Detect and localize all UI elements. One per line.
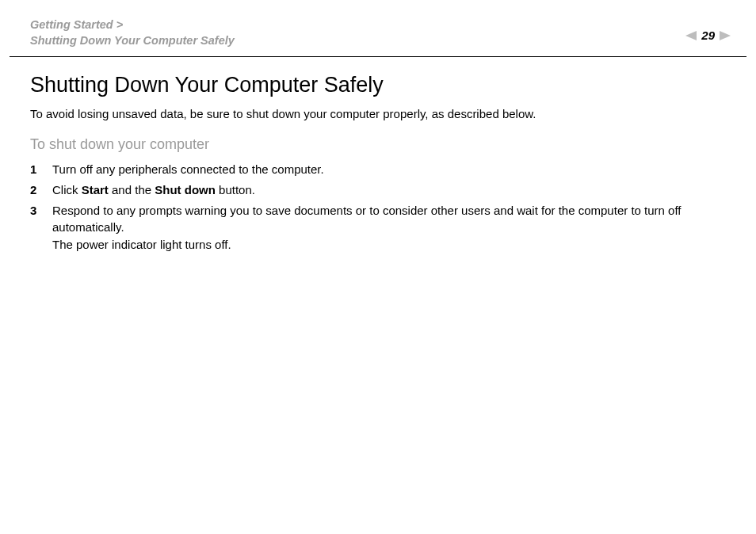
page-content: Shutting Down Your Computer Safely To av… (0, 57, 756, 254)
step-text: Turn off any peripherals connected to th… (52, 161, 726, 178)
breadcrumb-line-2: Shutting Down Your Computer Safely (30, 33, 235, 49)
step-number: 1 (30, 161, 52, 178)
step-text: Click Start and the Shut down button. (52, 181, 726, 199)
page-title: Shutting Down Your Computer Safely (30, 73, 726, 97)
step-row: 3 Respond to any prompts warning you to … (30, 202, 726, 254)
step-row: 1 Turn off any peripherals connected to … (30, 161, 726, 178)
breadcrumb: Getting Started > Shutting Down Your Com… (30, 17, 235, 48)
svg-marker-1 (720, 31, 731, 40)
page-number: 29 (701, 29, 715, 42)
breadcrumb-line-1: Getting Started > (30, 17, 235, 33)
step-text: Respond to any prompts warning you to sa… (52, 202, 726, 254)
page-navigator: 29 (685, 17, 731, 42)
page-header: Getting Started > Shutting Down Your Com… (0, 0, 756, 56)
step-number: 2 (30, 181, 52, 199)
prev-page-icon[interactable] (685, 31, 697, 40)
intro-paragraph: To avoid losing unsaved data, be sure to… (30, 105, 726, 122)
section-subtitle: To shut down your computer (30, 136, 726, 153)
svg-marker-0 (685, 31, 697, 40)
step-number: 3 (30, 202, 52, 219)
next-page-icon[interactable] (720, 31, 731, 40)
step-row: 2 Click Start and the Shut down button. (30, 181, 726, 199)
